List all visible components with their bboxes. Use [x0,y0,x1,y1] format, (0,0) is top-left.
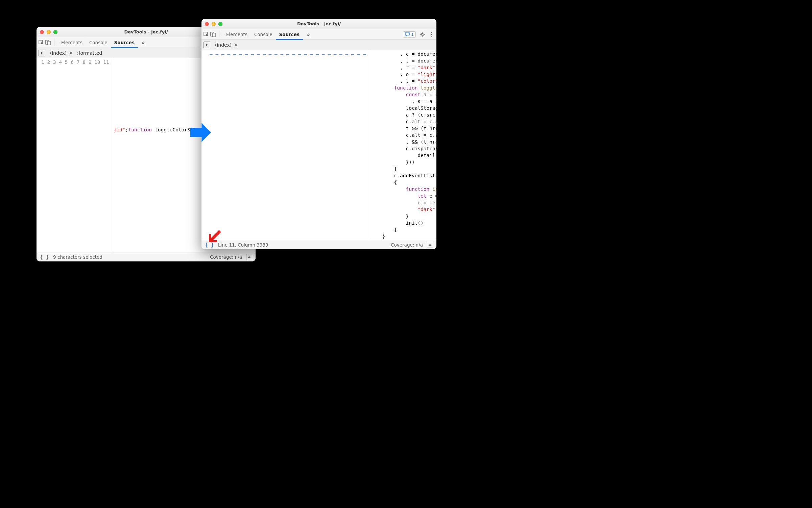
statusbar: { } 9 characters selected Coverage: n/a [37,252,256,261]
more-tabs-icon[interactable]: » [304,31,312,38]
show-navigator-icon[interactable] [204,42,210,48]
code-area[interactable]: , c = document.querySelector("#color-sch… [369,50,436,240]
messages-badge[interactable]: 1 [403,31,416,37]
devtools-window-right: DevTools - jec.fyi/ ElementsConsoleSourc… [201,19,436,249]
tab-console[interactable]: Console [86,38,111,47]
svg-point-6 [421,33,423,35]
svg-rect-2 [48,41,50,45]
code-editor[interactable]: – – – – – – – – – – – – – – – – – – – – … [201,50,436,240]
tab-console[interactable]: Console [251,30,276,39]
close-tab-icon[interactable]: × [68,50,76,56]
tab-sources[interactable]: Sources [111,38,138,48]
file-tab[interactable]: (index) [49,49,68,57]
kebab-icon[interactable]: ⋮ [429,31,434,38]
statusbar: { } Line 11, Column 3939 Coverage: n/a [201,240,436,249]
status-text: Line 11, Column 3939 [218,242,268,248]
traffic-lights [205,22,222,26]
tab-elements[interactable]: Elements [223,30,251,39]
close-tab-icon[interactable]: × [233,42,241,48]
titlebar[interactable]: DevTools - jec.fyi/ [201,19,436,29]
coverage-status: Coverage: n/a [210,254,242,260]
main-toolbar: ElementsConsoleSources » 1 ⋮ [201,29,436,40]
device-icon[interactable] [45,40,51,45]
line-gutter: 1 2 3 4 5 6 7 8 9 10 11 [37,58,112,252]
file-tab[interactable]: :formatted [76,49,103,57]
show-drawer-icon[interactable] [427,242,433,248]
annotation-arrow-icon [189,121,212,144]
file-tabbar: (index)× [201,40,436,50]
close-icon[interactable] [205,22,209,26]
show-drawer-icon[interactable] [246,254,252,260]
zoom-icon[interactable] [53,30,57,34]
tab-elements[interactable]: Elements [58,38,86,47]
show-navigator-icon[interactable] [39,50,45,56]
inspect-icon[interactable] [204,32,209,37]
inspect-icon[interactable] [39,40,44,45]
line-gutter: – – – – – – – – – – – – – – – – – – – – … [201,50,369,240]
traffic-lights [40,30,57,34]
svg-rect-0 [39,40,43,44]
message-icon [405,32,410,36]
file-tab[interactable]: (index) [214,41,233,49]
pretty-print-icon[interactable]: { } [40,254,49,260]
tab-sources[interactable]: Sources [276,30,303,40]
minimize-icon[interactable] [212,22,216,26]
svg-rect-3 [204,32,208,36]
minimize-icon[interactable] [47,30,51,34]
svg-rect-5 [213,33,215,37]
status-text: 9 characters selected [53,254,102,260]
window-title: DevTools - jec.fyi/ [201,21,436,26]
close-icon[interactable] [40,30,44,34]
zoom-icon[interactable] [218,22,222,26]
coverage-status: Coverage: n/a [391,242,423,248]
annotation-pointer-icon [209,229,222,242]
pretty-print-icon[interactable]: { } [205,242,214,248]
gear-icon[interactable] [419,31,425,37]
more-tabs-icon[interactable]: » [139,39,147,46]
device-icon[interactable] [210,32,216,37]
